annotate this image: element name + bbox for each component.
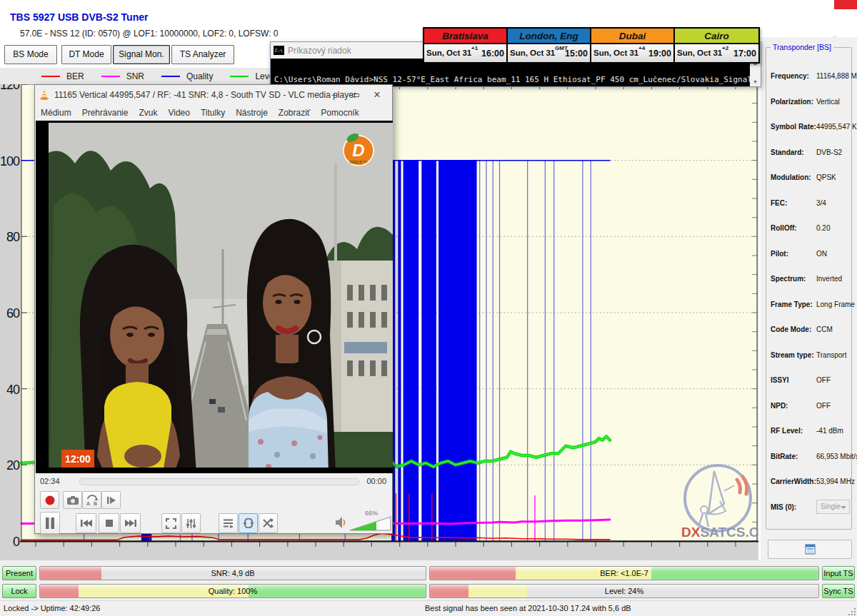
resize-grip[interactable] bbox=[847, 607, 856, 615]
clock-time: 15:00 bbox=[565, 49, 588, 59]
tab-signal-mon[interactable]: Signal Mon. bbox=[113, 45, 170, 64]
tp-row-frequency: Frequency:11164,888 MHz bbox=[771, 64, 850, 89]
record-button[interactable] bbox=[40, 491, 59, 509]
video-scene: D DEBUB TV 12:00 bbox=[36, 121, 393, 473]
dxsatcs-watermark: DXSATCS.COM bbox=[677, 463, 758, 541]
svg-text:D: D bbox=[352, 141, 364, 160]
vlc-titlebar[interactable]: 11165 Vertical 44995,547 / RF: -41 SNR: … bbox=[35, 85, 392, 104]
fullscreen-button[interactable] bbox=[161, 513, 181, 533]
quality-bar: Quality: 100% bbox=[39, 584, 426, 598]
clock-cairo: Cairo Sun, Oct 31+217:00 bbox=[675, 29, 758, 62]
sync-ts-button[interactable]: Sync TS bbox=[822, 584, 855, 598]
close-icon[interactable]: × bbox=[366, 89, 388, 101]
legend-quality: Quality bbox=[161, 71, 213, 81]
loop-button[interactable] bbox=[239, 513, 258, 533]
svg-text:DEBUB TV: DEBUB TV bbox=[350, 160, 369, 164]
next-button[interactable] bbox=[120, 513, 141, 533]
clock-city: Bratislava bbox=[424, 29, 506, 44]
scroll-down-icon[interactable]: ▼ bbox=[750, 77, 761, 86]
tp-row-npd: NPD:OFF bbox=[771, 393, 850, 419]
stop-button[interactable] bbox=[99, 513, 119, 533]
speaker-icon[interactable] bbox=[335, 516, 346, 529]
tp-row-code-mode: Code Mode:CCM bbox=[771, 317, 850, 343]
cmd-title: Príkazový riadok bbox=[288, 46, 351, 56]
menu-view[interactable]: Zobraziť bbox=[279, 108, 311, 118]
clock-time: 16:00 bbox=[481, 49, 504, 59]
clock-dubai: Dubai Sun, Oct 31+419:00 bbox=[591, 29, 675, 62]
clock-offset: +4 bbox=[638, 45, 645, 51]
menu-video[interactable]: Video bbox=[168, 108, 189, 118]
vlc-cone-icon bbox=[39, 89, 50, 101]
fullscreen-icon bbox=[166, 518, 176, 529]
quality-line-swatch bbox=[161, 76, 180, 77]
stop-icon bbox=[105, 519, 114, 527]
level-line-swatch bbox=[230, 76, 249, 77]
tp-row-mis: MIS (0): Single bbox=[771, 495, 850, 520]
ts-list-button[interactable] bbox=[768, 540, 852, 559]
statusbar: Locked -> Uptime: 42:49:26 Best signal h… bbox=[0, 600, 857, 616]
transponder-title: Transponder [BS] bbox=[771, 43, 833, 51]
equalizer-button[interactable] bbox=[181, 513, 201, 533]
clock-time: 17:00 bbox=[733, 49, 756, 59]
mis-select[interactable]: Single bbox=[816, 500, 850, 514]
clock-city: Dubai bbox=[591, 29, 673, 44]
input-ts-button[interactable]: Input TS bbox=[822, 566, 855, 580]
clock-bratislava: Bratislava Sun, Oct 31+116:00 bbox=[424, 29, 508, 62]
frame-step-button[interactable] bbox=[101, 491, 121, 509]
vlc-window: 11165 Vertical 44995,547 / RF: -41 SNR: … bbox=[34, 84, 393, 534]
svg-text:40: 40 bbox=[6, 383, 20, 397]
menu-playback[interactable]: Prehrávanie bbox=[82, 108, 129, 118]
svg-text:B: B bbox=[94, 501, 97, 506]
tp-row-frame-type: Frame Type:Long Frame bbox=[771, 292, 850, 318]
tp-row-spectrum: Spectrum:Inverted bbox=[771, 266, 850, 292]
legend-ber: BER bbox=[41, 71, 84, 81]
playlist-button[interactable] bbox=[219, 513, 238, 533]
device-title: TBS 5927 USB DVB-S2 Tuner bbox=[10, 11, 148, 23]
tp-row-fec: FEC:3/4 bbox=[771, 191, 850, 216]
svg-text:12:00: 12:00 bbox=[65, 453, 91, 465]
clock-date: Sun, Oct 31 bbox=[510, 49, 555, 57]
record-icon bbox=[44, 495, 56, 506]
playlist-icon bbox=[223, 518, 234, 528]
clock-london: London, Eng Sun, Oct 31GMT15:00 bbox=[508, 29, 591, 62]
vlc-title-text: 11165 Vertical 44995,547 / RF: -41 SNR: … bbox=[54, 90, 356, 100]
tp-row-issyi: ISSYIOFF bbox=[771, 368, 850, 393]
volume-slider[interactable] bbox=[349, 516, 392, 532]
clock-date: Sun, Oct 31 bbox=[677, 49, 722, 57]
video-frame[interactable]: D DEBUB TV 12:00 bbox=[36, 121, 393, 473]
minimize-icon[interactable]: – bbox=[324, 89, 345, 100]
menu-help[interactable]: Pomocník bbox=[321, 108, 359, 118]
titlebar-close-button-fragment[interactable] bbox=[834, 0, 857, 9]
tp-row-rf-level: RF Level:-41 dBm bbox=[771, 418, 850, 444]
tab-bs-mode[interactable]: BS Mode bbox=[4, 45, 57, 64]
world-clocks: Bratislava Sun, Oct 31+116:00 London, En… bbox=[423, 27, 760, 64]
elapsed-time: 02:34 bbox=[40, 477, 60, 485]
tab-dt-mode[interactable]: DT Mode bbox=[61, 45, 111, 64]
tab-ts-analyzer[interactable]: TS Analyzer (OK) bbox=[171, 45, 234, 64]
pause-button[interactable] bbox=[40, 512, 60, 534]
clock-time: 19:00 bbox=[648, 49, 671, 59]
menu-audio[interactable]: Zvuk bbox=[139, 108, 157, 118]
ab-loop-button[interactable]: AB bbox=[82, 491, 101, 509]
maximize-icon[interactable]: ▭ bbox=[345, 89, 366, 100]
pause-icon bbox=[45, 517, 55, 530]
menu-medium[interactable]: Médium bbox=[41, 108, 71, 118]
vlc-menubar: Médium Prehrávanie Zvuk Video Titulky Ná… bbox=[35, 104, 392, 121]
previous-button[interactable] bbox=[76, 513, 96, 533]
snr-line-swatch bbox=[101, 76, 120, 77]
equalizer-icon bbox=[186, 518, 196, 529]
lock-button[interactable]: Lock bbox=[2, 584, 36, 598]
menu-tools[interactable]: Nástroje bbox=[236, 108, 268, 118]
transponder-rows: Frequency:11164,888 MHz Polarization:Ver… bbox=[771, 64, 850, 520]
present-button[interactable]: Present bbox=[2, 566, 36, 580]
clock-date: Sun, Oct 31 bbox=[426, 49, 471, 57]
tp-row-stream-type: Stream type:Transport bbox=[771, 343, 850, 368]
shuffle-button[interactable] bbox=[259, 513, 278, 533]
app-window: TBS 5927 USB DVB-S2 Tuner 57.0E - NSS 12… bbox=[0, 0, 857, 616]
menu-subtitles[interactable]: Titulky bbox=[201, 108, 225, 118]
frame-step-icon bbox=[106, 495, 116, 505]
cmd-command-line: C:\Users\Roman Dávid>NSS 12-57°E_East Af… bbox=[274, 75, 761, 84]
snapshot-button[interactable] bbox=[63, 491, 82, 509]
seek-bar[interactable] bbox=[79, 478, 359, 485]
tp-row-bitrate: BitRate:66,953 Mbit/s bbox=[771, 444, 850, 470]
